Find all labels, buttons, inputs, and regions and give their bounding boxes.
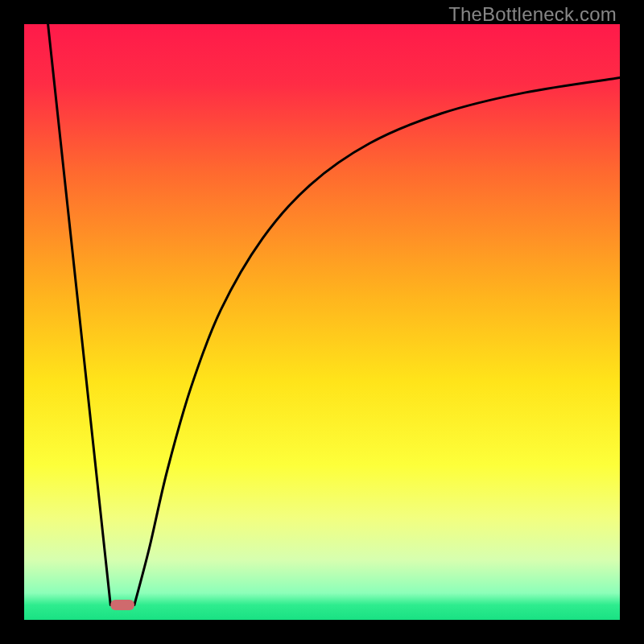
plot-area xyxy=(24,24,620,620)
bottleneck-curve xyxy=(24,24,620,620)
chart-frame: TheBottleneck.com xyxy=(0,0,644,644)
watermark-text: TheBottleneck.com xyxy=(448,3,617,26)
svg-rect-1 xyxy=(110,600,134,610)
